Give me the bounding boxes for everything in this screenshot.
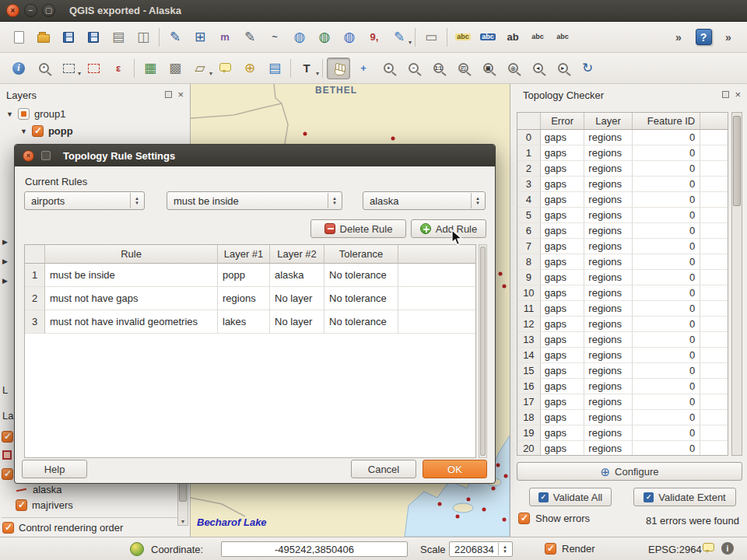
open-project-button[interactable] (32, 26, 55, 48)
error-table-row[interactable]: 10gapsregions0 (517, 285, 728, 301)
pan-map-button[interactable] (327, 58, 350, 79)
digitize-pen-button[interactable]: ✎ (163, 26, 187, 48)
control-rendering-checkbox[interactable] (2, 522, 14, 534)
dialog-close-icon[interactable]: × (23, 150, 34, 162)
measure-button[interactable]: ▱▾ (188, 58, 212, 79)
configure-button[interactable]: ⊕ Configure (517, 462, 742, 481)
rule-table-row[interactable]: 2must not have gapsregionsNo layerNo tol… (25, 287, 475, 310)
new-project-button[interactable] (7, 26, 30, 48)
scroll-down-icon[interactable]: ▼ (178, 519, 188, 524)
error-table-scrollbar[interactable] (731, 112, 742, 456)
advanced-digitize-button[interactable]: m (213, 26, 237, 48)
select-by-expression-button[interactable]: * (32, 58, 55, 79)
layers-panel-float-icon[interactable] (165, 91, 172, 98)
zoom-full-button[interactable]: ◰ (451, 58, 475, 79)
error-table-row[interactable]: 14gapsregions0 (517, 348, 728, 363)
popp-checkbox[interactable] (32, 125, 44, 137)
rule-combo[interactable]: must be inside ▲▼ (167, 191, 342, 210)
globe-plugin-button[interactable]: ◍ (338, 26, 361, 48)
label-pin-button[interactable]: ab (501, 26, 524, 48)
dialog-restore-icon[interactable] (41, 151, 51, 160)
error-table-row[interactable]: 11gapsregions0 (517, 301, 728, 317)
move-feature-button[interactable]: ⊞ (188, 26, 212, 48)
rules-table-scrollbar-thumb[interactable] (480, 247, 486, 456)
error-table-row[interactable]: 15gapsregions0 (517, 363, 728, 379)
new-map-view-button[interactable]: ▭ (419, 26, 443, 48)
expander-icon[interactable]: ▼ (20, 128, 27, 135)
error-table-row[interactable]: 2gapsregions0 (517, 161, 728, 177)
window-maximize-icon[interactable]: ▢ (42, 4, 55, 17)
refresh-button[interactable]: ↻ (576, 58, 599, 79)
error-table-row[interactable]: 3gapsregions0 (517, 177, 728, 192)
error-table-row[interactable]: 4gapsregions0 (517, 192, 728, 208)
toolbar-extend2-button[interactable]: » (717, 26, 740, 48)
rules-table-scrollbar[interactable] (479, 244, 487, 458)
error-table-row[interactable]: 12gapsregions0 (517, 317, 728, 332)
metasearch-globe-button[interactable]: ◍ (288, 26, 311, 48)
rules-table-col-tolerance[interactable]: Tolerance (324, 245, 398, 264)
show-errors-row[interactable]: Show errors (518, 513, 590, 524)
zoom-native-button[interactable]: 1:1 (426, 58, 450, 79)
label-rotate-button[interactable]: abc (551, 26, 574, 48)
scale-combo[interactable]: 2206834 ▲▼ (449, 541, 513, 557)
error-table-row[interactable]: 13gapsregions0 (517, 332, 728, 348)
info-icon[interactable]: i (721, 542, 734, 555)
new-bookmark-button[interactable]: ⊕ (238, 58, 261, 79)
error-table-row[interactable]: 17gapsregions0 (517, 394, 728, 410)
error-table-col-layer[interactable]: Layer (584, 113, 633, 130)
layer-item-group1[interactable]: ▼ group1 (6, 108, 65, 120)
hidden-layer-checkbox[interactable] (2, 468, 13, 480)
raster-calculator-button[interactable]: ▩ (163, 58, 187, 79)
attribute-table-button[interactable]: ▦ (139, 58, 162, 79)
rules-table-col-rule[interactable]: Rule (45, 245, 218, 264)
crs-status-text[interactable]: EPSG:2964 (648, 544, 702, 555)
vector-pen-button[interactable]: ✎ (238, 26, 261, 48)
help-button[interactable]: ? (692, 26, 715, 48)
help-button[interactable]: Help (22, 460, 87, 478)
composer-manager-button[interactable]: ◫ (132, 26, 155, 48)
error-table-row[interactable]: 0gapsregions0 (517, 130, 728, 145)
identify-button[interactable]: i (7, 58, 30, 79)
simplify-feature-button[interactable]: ~ (263, 26, 286, 48)
toolbar-extend-button[interactable]: » (667, 26, 690, 48)
error-table-row[interactable]: 1gapsregions0 (517, 145, 728, 161)
error-table-row[interactable]: 6gapsregions0 (517, 223, 728, 239)
error-table-row[interactable]: 19gapsregions0 (517, 425, 728, 441)
label-move-button[interactable]: abc (526, 26, 549, 48)
labeling-button[interactable]: T▾ (295, 58, 318, 79)
topology-panel-close-icon[interactable]: × (735, 91, 741, 98)
error-table-row[interactable]: 5gapsregions0 (517, 208, 728, 223)
ok-button[interactable]: OK (423, 460, 487, 478)
show-errors-checkbox[interactable] (518, 513, 530, 524)
expander-collapsed-icon[interactable]: ▶ (2, 257, 8, 265)
save-project-button[interactable] (57, 26, 80, 48)
error-table-scrollbar-thumb[interactable] (733, 116, 741, 206)
error-table-row[interactable]: 18gapsregions0 (517, 410, 728, 425)
add-rule-button[interactable]: Add Rule (411, 219, 486, 238)
expander-icon[interactable]: ▼ (6, 110, 13, 118)
layer1-combo[interactable]: airports ▲▼ (24, 191, 145, 210)
zoom-next-button[interactable]: ► (551, 58, 574, 79)
rule-table-row[interactable]: 3must not have invalid geometrieslakesNo… (25, 310, 475, 334)
control-rendering-order-row[interactable]: Control rendering order (2, 522, 123, 534)
error-table-row[interactable]: 9gapsregions0 (517, 270, 728, 285)
field-calculator-button[interactable]: ε (107, 58, 130, 79)
pan-to-selection-button[interactable]: + (352, 58, 375, 79)
zoom-out-button[interactable]: − (402, 58, 425, 79)
hidden-layer-checkbox[interactable] (2, 431, 13, 443)
layer-item-alaska[interactable]: alaska (16, 484, 62, 495)
render-checkbox[interactable] (545, 543, 556, 555)
layer-item-popp[interactable]: ▼ popp (20, 125, 73, 137)
error-table-row[interactable]: 8gapsregions0 (517, 254, 728, 270)
layers-scrollbar[interactable]: ▼ (177, 478, 188, 526)
error-table-row[interactable]: 16gapsregions0 (517, 379, 728, 394)
group1-checkbox[interactable] (18, 108, 30, 120)
layer2-combo[interactable]: alaska ▲▼ (363, 191, 486, 210)
message-log-icon[interactable] (703, 543, 714, 551)
zoom-last-button[interactable]: ◄ (526, 58, 549, 79)
validate-all-button[interactable]: Validate All (529, 488, 612, 506)
zoom-in-button[interactable]: + (377, 58, 400, 79)
save-project-as-button[interactable] (82, 26, 105, 48)
error-table-col-error[interactable]: Error (541, 113, 585, 130)
label-highlight-button[interactable]: abc (451, 26, 475, 48)
